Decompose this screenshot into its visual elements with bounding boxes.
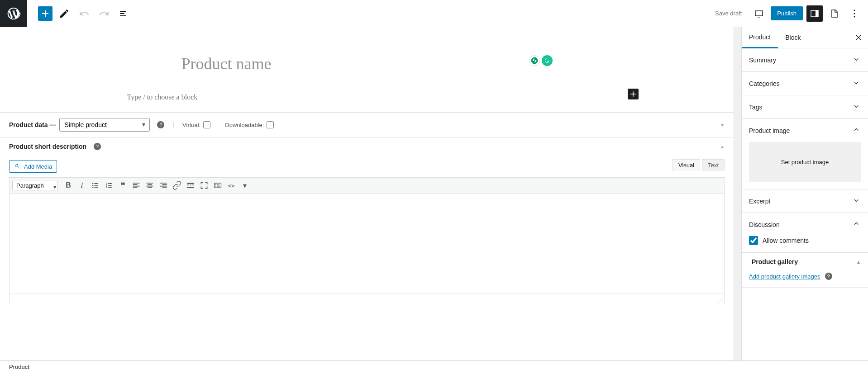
downloadable-checkbox[interactable] — [267, 121, 274, 128]
align-right-button[interactable] — [157, 179, 170, 191]
bullet-list-button[interactable] — [89, 179, 102, 191]
svg-text:3: 3 — [106, 186, 107, 189]
product-data-header: Product data — Simple product ? | Virtua… — [0, 113, 734, 137]
help-icon[interactable]: ? — [157, 121, 164, 128]
format-select-wrap: Paragraph — [12, 181, 61, 190]
redo-button[interactable] — [96, 5, 112, 22]
keyboard-icon — [213, 181, 222, 190]
svg-point-7 — [92, 187, 94, 188]
toolbar-toggle-button[interactable]: ▾ — [238, 179, 251, 191]
settings-sidebar-button[interactable] — [806, 5, 823, 22]
short-description-panel: Product short description ? ▲ Add Media … — [0, 137, 734, 304]
help-icon[interactable]: ? — [94, 143, 101, 150]
tools-button[interactable] — [56, 5, 72, 22]
align-left-button[interactable] — [130, 179, 143, 191]
plugin-button[interactable] — [826, 5, 843, 22]
virtual-checkbox[interactable] — [203, 121, 210, 128]
align-center-button[interactable] — [143, 179, 156, 191]
top-toolbar: Save draft Publish — [0, 0, 868, 27]
tab-product[interactable]: Product — [742, 27, 778, 48]
breadcrumb[interactable]: Product — [9, 364, 29, 370]
scrollbar-track[interactable] — [734, 27, 741, 360]
document-overview-button[interactable] — [116, 5, 132, 22]
fullscreen-button[interactable] — [198, 179, 210, 191]
svg-point-2 — [854, 16, 855, 17]
chevron-down-icon — [852, 78, 861, 87]
wysiwyg-editor: Paragraph B I 123 ❝ <> ▾ — [9, 177, 725, 304]
visual-tab[interactable]: Visual — [672, 159, 700, 171]
ordered-list-icon: 123 — [105, 181, 114, 190]
content-block-placeholder[interactable]: Type / to choose a block — [127, 91, 607, 103]
blockquote-button[interactable]: ❝ — [116, 179, 129, 191]
collapse-triangle-icon: ▲ — [856, 260, 861, 264]
downloadable-checkbox-label: Downloadable: — [225, 121, 274, 128]
help-icon[interactable]: ? — [825, 273, 832, 280]
grammarly-icon[interactable] — [542, 55, 553, 66]
format-select[interactable]: Paragraph — [12, 181, 57, 190]
chevron-up-icon — [852, 125, 861, 134]
allow-comments-row: Allow comments — [749, 236, 861, 245]
status-bar: Product — [0, 360, 868, 373]
keyboard-button[interactable] — [211, 179, 224, 191]
product-data-panel: Product data — Simple product ? | Virtua… — [0, 112, 734, 137]
close-sidebar-button[interactable] — [849, 33, 868, 42]
svg-point-4 — [15, 165, 18, 167]
svg-point-0 — [854, 9, 855, 11]
tags-header[interactable]: Tags — [742, 95, 868, 118]
svg-point-1 — [854, 13, 855, 14]
product-type-select[interactable]: Simple product — [59, 118, 150, 132]
main-layout: Type / to choose a block Product data — … — [0, 27, 868, 360]
discussion-header[interactable]: Discussion — [742, 213, 868, 236]
product-image-header[interactable]: Product image — [742, 119, 868, 142]
add-gallery-link[interactable]: Add product gallery images — [749, 273, 820, 280]
summary-header[interactable]: Summary — [742, 48, 868, 71]
collapse-arrow-icon[interactable]: ▲ — [720, 144, 725, 149]
link-button[interactable] — [171, 179, 183, 191]
chevron-down-icon — [852, 102, 861, 111]
inline-add-block-button[interactable] — [628, 89, 639, 99]
save-draft-button[interactable]: Save draft — [710, 7, 747, 19]
excerpt-header[interactable]: Excerpt — [742, 189, 868, 212]
categories-header[interactable]: Categories — [742, 72, 868, 95]
wysiwyg-textarea[interactable] — [10, 194, 724, 293]
chevron-down-icon — [852, 55, 861, 64]
tab-block[interactable]: Block — [778, 28, 808, 47]
ordered-list-button[interactable]: 123 — [103, 179, 115, 191]
set-product-image-button[interactable]: Set product image — [749, 142, 861, 182]
svg-point-3 — [531, 57, 538, 64]
add-media-button[interactable]: Add Media — [9, 160, 57, 173]
title-input[interactable] — [181, 54, 553, 73]
wysiwyg-footer: ⋰ — [10, 293, 724, 304]
insert-block-button[interactable] — [38, 6, 52, 21]
read-more-icon — [186, 181, 195, 190]
preview-button[interactable] — [751, 5, 767, 22]
app-logo[interactable] — [0, 0, 27, 27]
divider: | — [172, 121, 174, 128]
virtual-checkbox-label: Virtual: — [182, 121, 210, 128]
chevron-up-icon — [852, 219, 861, 228]
italic-button[interactable]: I — [76, 179, 88, 191]
grammarly-icon-svg — [544, 57, 551, 64]
publish-button[interactable]: Publish — [771, 6, 803, 20]
allow-comments-checkbox[interactable] — [749, 236, 758, 245]
collapse-arrow-icon[interactable]: ▼ — [720, 123, 725, 127]
text-tab[interactable]: Text — [702, 159, 725, 171]
plus-icon — [629, 90, 638, 99]
options-button[interactable] — [846, 5, 863, 22]
editor-mode-tabs: Visual Text — [671, 159, 725, 171]
svg-rect-11 — [215, 183, 221, 188]
product-gallery-header[interactable]: Product gallery ▲ — [742, 253, 868, 271]
summary-section: Summary — [742, 48, 868, 72]
resize-grip-icon[interactable]: ⋰ — [718, 297, 723, 303]
jetpack-icon[interactable] — [529, 55, 540, 66]
code-button[interactable]: <> — [225, 179, 238, 191]
toolbar-right: Save draft Publish — [710, 5, 868, 22]
plus-icon — [40, 8, 51, 19]
chevron-down-icon — [852, 196, 861, 205]
discussion-section: Discussion Allow comments — [742, 213, 868, 253]
bold-button[interactable]: B — [62, 179, 75, 191]
read-more-button[interactable] — [184, 179, 197, 191]
editor-badges — [529, 55, 553, 66]
svg-point-6 — [92, 185, 94, 186]
undo-button[interactable] — [76, 5, 92, 22]
